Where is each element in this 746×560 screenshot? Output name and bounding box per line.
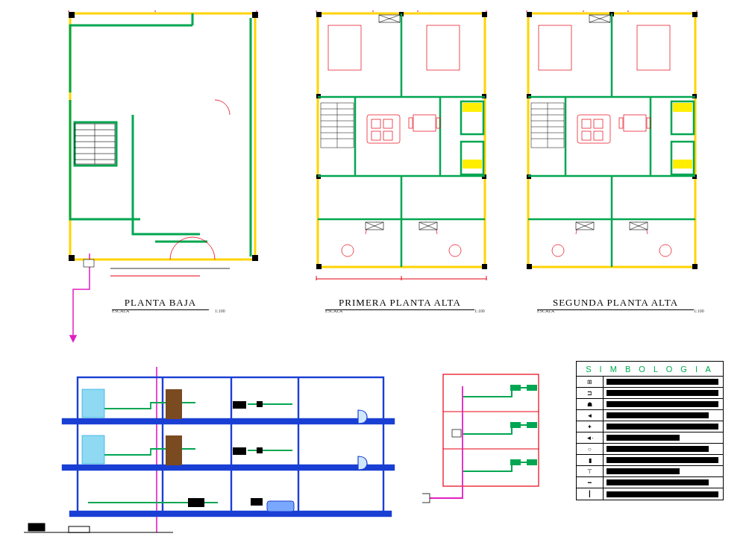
svg-rect-5 bbox=[69, 12, 75, 18]
legend-row: ⊐ bbox=[577, 388, 723, 399]
svg-rect-160 bbox=[251, 498, 263, 506]
svg-rect-67 bbox=[383, 131, 392, 140]
scale-second-val: 1:100 bbox=[694, 309, 704, 313]
svg-rect-164 bbox=[267, 501, 294, 512]
svg-rect-6 bbox=[252, 12, 258, 18]
legend-symbol: ━ bbox=[577, 477, 604, 488]
svg-rect-35 bbox=[316, 12, 322, 17]
svg-point-74 bbox=[449, 245, 461, 257]
legend-description-bar bbox=[606, 468, 680, 474]
svg-rect-162 bbox=[28, 523, 45, 531]
svg-rect-71 bbox=[328, 25, 361, 70]
legend-symbol: ⊤ bbox=[577, 466, 604, 476]
legend-description-bar bbox=[606, 390, 718, 396]
legend-row: ┃ bbox=[577, 488, 723, 500]
svg-marker-23 bbox=[70, 336, 76, 342]
legend-description-bar bbox=[606, 401, 718, 407]
svg-rect-126 bbox=[539, 25, 571, 70]
scale-first-val: 1:100 bbox=[474, 309, 485, 313]
svg-rect-144 bbox=[63, 465, 394, 470]
svg-point-128 bbox=[552, 245, 564, 257]
svg-rect-163 bbox=[69, 526, 90, 532]
svg-rect-107 bbox=[671, 142, 694, 174]
svg-rect-93 bbox=[692, 264, 698, 269]
section-elevation bbox=[24, 367, 397, 552]
legend-description-bar bbox=[606, 412, 709, 418]
svg-rect-54 bbox=[463, 160, 482, 169]
svg-rect-64 bbox=[372, 119, 380, 128]
svg-rect-121 bbox=[582, 131, 591, 140]
svg-rect-8 bbox=[252, 255, 258, 261]
label-first-floor: PRIMERA PLANTA ALTA bbox=[325, 297, 474, 310]
legend-symbol: ☗ bbox=[577, 399, 604, 409]
plan-second-floor bbox=[524, 10, 701, 280]
legend-row: ○ bbox=[577, 444, 723, 455]
svg-rect-175 bbox=[452, 430, 461, 437]
legend-row: ◄· bbox=[577, 432, 723, 444]
legend-symbol: ✦ bbox=[577, 421, 604, 432]
svg-rect-120 bbox=[594, 119, 603, 128]
svg-rect-153 bbox=[166, 389, 182, 419]
svg-rect-171 bbox=[527, 422, 537, 428]
legend-row: ☗ bbox=[577, 399, 723, 410]
svg-rect-170 bbox=[510, 422, 521, 428]
legend-row: ✦ bbox=[577, 421, 723, 432]
scale-ground-val: 1:100 bbox=[215, 309, 225, 313]
riser-diagram bbox=[422, 371, 543, 512]
svg-rect-143 bbox=[63, 419, 394, 424]
svg-rect-124 bbox=[619, 118, 623, 128]
svg-rect-66 bbox=[372, 131, 380, 140]
svg-rect-92 bbox=[527, 264, 532, 269]
scale-second: ESCALA bbox=[537, 309, 554, 313]
svg-rect-174 bbox=[422, 494, 430, 503]
scale-ground: ESCALA bbox=[112, 309, 129, 313]
svg-rect-4 bbox=[70, 13, 255, 259]
legend-description-bar bbox=[606, 457, 718, 463]
legend-symbol: ┃ bbox=[577, 488, 604, 500]
legend-row: ◄ bbox=[577, 410, 723, 421]
svg-rect-155 bbox=[233, 401, 246, 409]
svg-rect-69 bbox=[409, 118, 413, 128]
legend-description-bar bbox=[606, 491, 718, 497]
legend-symbol: ⊐ bbox=[577, 388, 604, 398]
svg-rect-90 bbox=[527, 12, 532, 17]
plan-ground-floor bbox=[66, 10, 260, 280]
legend-row: ⊞ bbox=[577, 377, 723, 388]
legend-symbol: ○ bbox=[577, 444, 604, 454]
legend-symbol: ▮ bbox=[577, 455, 604, 465]
riser-leader-ground bbox=[37, 254, 112, 343]
svg-point-73 bbox=[342, 245, 354, 257]
svg-rect-37 bbox=[316, 264, 322, 269]
svg-rect-109 bbox=[673, 160, 692, 169]
svg-rect-36 bbox=[482, 12, 487, 17]
svg-rect-168 bbox=[510, 385, 521, 391]
legend-row: ⊤ bbox=[577, 466, 723, 477]
svg-rect-173 bbox=[527, 459, 537, 465]
svg-rect-72 bbox=[427, 25, 460, 70]
svg-rect-38 bbox=[482, 264, 487, 269]
legend-symbol: ⊞ bbox=[577, 377, 604, 387]
svg-rect-158 bbox=[257, 447, 263, 453]
scale-first: ESCALA bbox=[325, 309, 342, 313]
svg-rect-156 bbox=[233, 447, 246, 455]
svg-rect-52 bbox=[461, 142, 483, 174]
svg-rect-154 bbox=[166, 435, 182, 465]
svg-rect-152 bbox=[82, 435, 104, 464]
legend-symbol: ◄· bbox=[577, 432, 604, 443]
svg-rect-172 bbox=[510, 459, 521, 465]
svg-rect-65 bbox=[383, 119, 392, 128]
legend-description-bar bbox=[606, 479, 709, 485]
legend-description-bar bbox=[606, 446, 709, 452]
svg-rect-157 bbox=[257, 401, 263, 407]
legend-symbology: S I M B O L O G I A ⊞⊐☗◄✦◄·○▮⊤━┃ bbox=[576, 361, 724, 500]
legend-row: ━ bbox=[577, 477, 723, 488]
svg-rect-53 bbox=[463, 103, 482, 112]
svg-rect-10 bbox=[75, 122, 116, 166]
svg-rect-123 bbox=[624, 115, 646, 131]
svg-rect-24 bbox=[84, 259, 94, 267]
svg-rect-122 bbox=[594, 131, 603, 140]
svg-point-129 bbox=[659, 245, 671, 257]
legend-row: ▮ bbox=[577, 455, 723, 466]
svg-rect-159 bbox=[188, 498, 204, 507]
legend-description-bar bbox=[606, 379, 718, 385]
